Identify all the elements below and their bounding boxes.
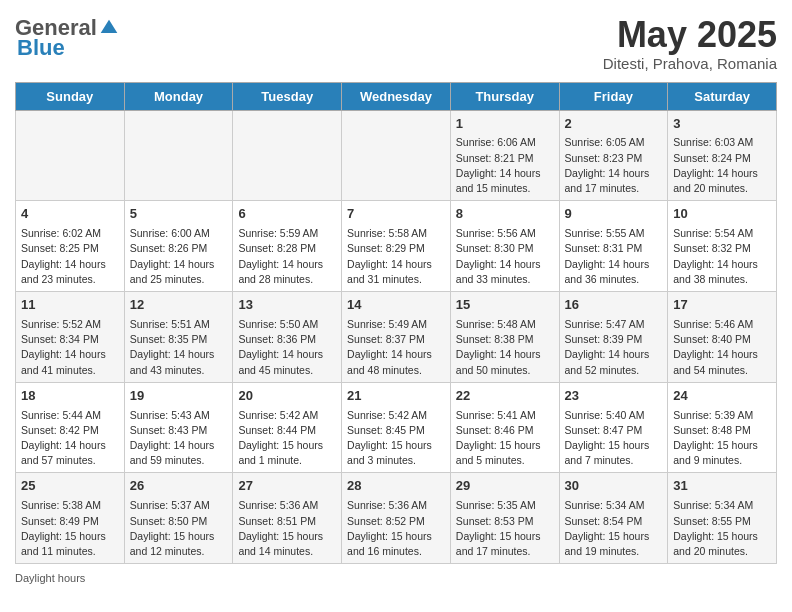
location-subtitle: Ditesti, Prahova, Romania (603, 55, 777, 72)
calendar-cell: 13Sunrise: 5:50 AM Sunset: 8:36 PM Dayli… (233, 292, 342, 383)
day-info: Sunrise: 5:35 AM Sunset: 8:53 PM Dayligh… (456, 498, 554, 559)
day-number: 3 (673, 115, 771, 134)
calendar-cell: 11Sunrise: 5:52 AM Sunset: 8:34 PM Dayli… (16, 292, 125, 383)
day-number: 13 (238, 296, 336, 315)
day-number: 28 (347, 477, 445, 496)
day-info: Sunrise: 6:02 AM Sunset: 8:25 PM Dayligh… (21, 226, 119, 287)
day-info: Sunrise: 5:42 AM Sunset: 8:45 PM Dayligh… (347, 408, 445, 469)
calendar-cell: 10Sunrise: 5:54 AM Sunset: 8:32 PM Dayli… (668, 201, 777, 292)
day-info: Sunrise: 5:51 AM Sunset: 8:35 PM Dayligh… (130, 317, 228, 378)
day-number: 5 (130, 205, 228, 224)
calendar-cell: 23Sunrise: 5:40 AM Sunset: 8:47 PM Dayli… (559, 382, 668, 473)
logo: General Blue (15, 15, 119, 61)
calendar-cell: 24Sunrise: 5:39 AM Sunset: 8:48 PM Dayli… (668, 382, 777, 473)
title-block: May 2025 Ditesti, Prahova, Romania (603, 15, 777, 72)
calendar-cell: 3Sunrise: 6:03 AM Sunset: 8:24 PM Daylig… (668, 110, 777, 201)
day-info: Sunrise: 5:59 AM Sunset: 8:28 PM Dayligh… (238, 226, 336, 287)
day-number: 30 (565, 477, 663, 496)
day-number: 20 (238, 387, 336, 406)
calendar-cell: 16Sunrise: 5:47 AM Sunset: 8:39 PM Dayli… (559, 292, 668, 383)
day-number: 14 (347, 296, 445, 315)
day-info: Sunrise: 6:03 AM Sunset: 8:24 PM Dayligh… (673, 135, 771, 196)
day-number: 9 (565, 205, 663, 224)
calendar-cell: 14Sunrise: 5:49 AM Sunset: 8:37 PM Dayli… (342, 292, 451, 383)
calendar-cell (16, 110, 125, 201)
calendar-cell: 30Sunrise: 5:34 AM Sunset: 8:54 PM Dayli… (559, 473, 668, 564)
day-info: Sunrise: 5:50 AM Sunset: 8:36 PM Dayligh… (238, 317, 336, 378)
day-info: Sunrise: 5:41 AM Sunset: 8:46 PM Dayligh… (456, 408, 554, 469)
day-info: Sunrise: 5:39 AM Sunset: 8:48 PM Dayligh… (673, 408, 771, 469)
calendar-cell: 2Sunrise: 6:05 AM Sunset: 8:23 PM Daylig… (559, 110, 668, 201)
day-number: 23 (565, 387, 663, 406)
day-number: 1 (456, 115, 554, 134)
week-row-4: 18Sunrise: 5:44 AM Sunset: 8:42 PM Dayli… (16, 382, 777, 473)
day-info: Sunrise: 5:47 AM Sunset: 8:39 PM Dayligh… (565, 317, 663, 378)
calendar-cell: 9Sunrise: 5:55 AM Sunset: 8:31 PM Daylig… (559, 201, 668, 292)
calendar-cell: 8Sunrise: 5:56 AM Sunset: 8:30 PM Daylig… (450, 201, 559, 292)
calendar-cell: 5Sunrise: 6:00 AM Sunset: 8:26 PM Daylig… (124, 201, 233, 292)
logo-blue-text: Blue (17, 35, 65, 60)
day-number: 10 (673, 205, 771, 224)
day-number: 19 (130, 387, 228, 406)
calendar-cell (233, 110, 342, 201)
page-header: General Blue May 2025 Ditesti, Prahova, … (15, 15, 777, 72)
day-number: 12 (130, 296, 228, 315)
calendar-cell: 31Sunrise: 5:34 AM Sunset: 8:55 PM Dayli… (668, 473, 777, 564)
day-info: Sunrise: 5:46 AM Sunset: 8:40 PM Dayligh… (673, 317, 771, 378)
day-number: 16 (565, 296, 663, 315)
day-number: 31 (673, 477, 771, 496)
calendar-cell: 20Sunrise: 5:42 AM Sunset: 8:44 PM Dayli… (233, 382, 342, 473)
day-number: 17 (673, 296, 771, 315)
day-info: Sunrise: 5:55 AM Sunset: 8:31 PM Dayligh… (565, 226, 663, 287)
day-info: Sunrise: 5:52 AM Sunset: 8:34 PM Dayligh… (21, 317, 119, 378)
calendar-cell: 29Sunrise: 5:35 AM Sunset: 8:53 PM Dayli… (450, 473, 559, 564)
calendar-cell: 1Sunrise: 6:06 AM Sunset: 8:21 PM Daylig… (450, 110, 559, 201)
calendar-cell: 17Sunrise: 5:46 AM Sunset: 8:40 PM Dayli… (668, 292, 777, 383)
day-info: Sunrise: 5:36 AM Sunset: 8:52 PM Dayligh… (347, 498, 445, 559)
day-header-thursday: Thursday (450, 82, 559, 110)
days-header-row: SundayMondayTuesdayWednesdayThursdayFrid… (16, 82, 777, 110)
day-number: 18 (21, 387, 119, 406)
day-number: 2 (565, 115, 663, 134)
footer-note: Daylight hours (15, 572, 777, 584)
calendar-cell: 25Sunrise: 5:38 AM Sunset: 8:49 PM Dayli… (16, 473, 125, 564)
month-title: May 2025 (603, 15, 777, 55)
day-info: Sunrise: 6:05 AM Sunset: 8:23 PM Dayligh… (565, 135, 663, 196)
calendar-cell: 18Sunrise: 5:44 AM Sunset: 8:42 PM Dayli… (16, 382, 125, 473)
day-info: Sunrise: 5:34 AM Sunset: 8:55 PM Dayligh… (673, 498, 771, 559)
day-number: 15 (456, 296, 554, 315)
calendar-table: SundayMondayTuesdayWednesdayThursdayFrid… (15, 82, 777, 565)
week-row-3: 11Sunrise: 5:52 AM Sunset: 8:34 PM Dayli… (16, 292, 777, 383)
calendar-cell: 15Sunrise: 5:48 AM Sunset: 8:38 PM Dayli… (450, 292, 559, 383)
calendar-cell: 12Sunrise: 5:51 AM Sunset: 8:35 PM Dayli… (124, 292, 233, 383)
calendar-cell: 22Sunrise: 5:41 AM Sunset: 8:46 PM Dayli… (450, 382, 559, 473)
day-number: 27 (238, 477, 336, 496)
day-number: 26 (130, 477, 228, 496)
calendar-cell (342, 110, 451, 201)
calendar-cell: 28Sunrise: 5:36 AM Sunset: 8:52 PM Dayli… (342, 473, 451, 564)
calendar-cell: 6Sunrise: 5:59 AM Sunset: 8:28 PM Daylig… (233, 201, 342, 292)
day-number: 4 (21, 205, 119, 224)
calendar-cell: 21Sunrise: 5:42 AM Sunset: 8:45 PM Dayli… (342, 382, 451, 473)
day-number: 22 (456, 387, 554, 406)
week-row-2: 4Sunrise: 6:02 AM Sunset: 8:25 PM Daylig… (16, 201, 777, 292)
week-row-1: 1Sunrise: 6:06 AM Sunset: 8:21 PM Daylig… (16, 110, 777, 201)
day-info: Sunrise: 5:56 AM Sunset: 8:30 PM Dayligh… (456, 226, 554, 287)
day-info: Sunrise: 5:44 AM Sunset: 8:42 PM Dayligh… (21, 408, 119, 469)
day-header-wednesday: Wednesday (342, 82, 451, 110)
day-number: 29 (456, 477, 554, 496)
day-header-sunday: Sunday (16, 82, 125, 110)
day-info: Sunrise: 5:42 AM Sunset: 8:44 PM Dayligh… (238, 408, 336, 469)
day-info: Sunrise: 5:48 AM Sunset: 8:38 PM Dayligh… (456, 317, 554, 378)
svg-marker-0 (101, 20, 118, 33)
day-number: 7 (347, 205, 445, 224)
day-info: Sunrise: 5:37 AM Sunset: 8:50 PM Dayligh… (130, 498, 228, 559)
day-number: 21 (347, 387, 445, 406)
day-header-tuesday: Tuesday (233, 82, 342, 110)
day-info: Sunrise: 6:00 AM Sunset: 8:26 PM Dayligh… (130, 226, 228, 287)
calendar-cell: 26Sunrise: 5:37 AM Sunset: 8:50 PM Dayli… (124, 473, 233, 564)
day-info: Sunrise: 5:38 AM Sunset: 8:49 PM Dayligh… (21, 498, 119, 559)
calendar-cell: 27Sunrise: 5:36 AM Sunset: 8:51 PM Dayli… (233, 473, 342, 564)
day-info: Sunrise: 5:43 AM Sunset: 8:43 PM Dayligh… (130, 408, 228, 469)
calendar-cell: 19Sunrise: 5:43 AM Sunset: 8:43 PM Dayli… (124, 382, 233, 473)
